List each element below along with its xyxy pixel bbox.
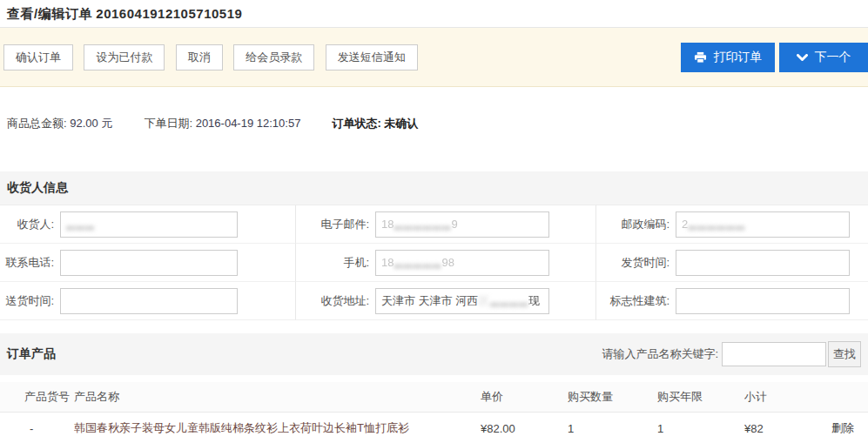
field-postcode: 邮政编码: 2 ▃▃▃▃▃▃ [596, 205, 868, 244]
product-search: 请输入产品名称关键字: 查找 [602, 341, 861, 367]
table-header-row: 产品货号 产品名称 单价 购买数量 购买年限 小计 [0, 382, 868, 412]
confirm-order-button[interactable]: 确认订单 [3, 44, 73, 70]
email-input[interactable]: 18 ▃▃▃▃▃▃ 9 [375, 211, 549, 238]
redacted-value: 18 [381, 218, 394, 231]
address-label: 收货地址: [301, 293, 369, 309]
product-years: 1 [657, 412, 744, 443]
product-name: 韩国春秋亲子装母女儿童韩版纯棉条纹衫上衣荷叶边长袖T恤打底衫 [74, 412, 481, 443]
postcode-input[interactable]: 2 ▃▃▃▃▃▃ [676, 211, 850, 238]
order-products-table: 产品货号 产品名称 单价 购买数量 购买年限 小计 - 韩国春秋亲子装母女儿童韩… [0, 382, 868, 443]
print-order-button[interactable]: 打印订单 [681, 43, 775, 72]
product-search-label: 请输入产品名称关键字: [602, 346, 718, 362]
print-order-label: 打印订单 [714, 50, 763, 65]
order-status-value: 未确认 [384, 117, 418, 130]
products-section-header: 订单产品 请输入产品名称关键字: 查找 [0, 333, 868, 375]
mobile-label: 手机: [301, 255, 369, 271]
order-status: 订单状态: 未确认 [332, 116, 418, 131]
printer-icon [694, 51, 707, 64]
redacted-value: ▃▃▃▃▃ [394, 256, 441, 269]
col-subtotal: 小计 [744, 382, 831, 412]
cancel-button[interactable]: 取消 [176, 44, 223, 70]
col-years: 购买年限 [657, 382, 744, 412]
address-input[interactable]: 天津市 天津市 河西 区▃▃▃▃ 现 [375, 288, 549, 314]
col-action [831, 382, 868, 412]
redacted-value: ▃▃▃▃▃▃ [688, 218, 745, 231]
redacted-value: 区▃▃▃▃ [478, 293, 528, 309]
consignee-section-title: 收货人信息 [7, 180, 68, 196]
products-section-title: 订单产品 [7, 346, 56, 362]
order-date-label: 下单日期: [144, 117, 192, 130]
order-total-label: 商品总金额: [7, 117, 67, 130]
field-delivery-time: 送货时间: [0, 282, 296, 320]
product-search-input[interactable] [722, 342, 826, 366]
product-sku: - [0, 412, 74, 443]
delivery-time-input[interactable] [60, 288, 238, 314]
ship-time-label: 发货时间: [602, 255, 670, 271]
contact-phone-label: 联系电话: [5, 255, 54, 271]
table-row: - 韩国春秋亲子装母女儿童韩版纯棉条纹衫上衣荷叶边长袖T恤打底衫 ¥82.00 … [0, 412, 868, 443]
redacted-value: 98 [441, 256, 454, 269]
order-total-value: 92.00 元 [70, 117, 112, 130]
order-summary: 商品总金额: 92.00 元 下单日期: 2016-04-19 12:10:57… [0, 87, 868, 131]
field-email: 电子邮件: 18 ▃▃▃▃▃▃ 9 [296, 205, 596, 244]
address-value: 现 [528, 293, 540, 309]
page-title: 查看/编辑订单 2016041912105710519 [7, 6, 861, 23]
contact-phone-input[interactable] [60, 250, 238, 276]
consignee-input[interactable]: ▃▃▃ [60, 211, 238, 238]
product-price: ¥82.00 [481, 412, 568, 443]
page-header: 查看/编辑订单 2016041912105710519 [0, 0, 868, 28]
set-paid-button[interactable]: 设为已付款 [84, 44, 165, 70]
redacted-value: ▃▃▃▃▃▃ [394, 218, 451, 231]
product-qty: 1 [568, 412, 657, 443]
landmark-input[interactable] [676, 288, 850, 314]
send-sms-button[interactable]: 发送短信通知 [326, 44, 418, 70]
redacted-value: 18 [381, 256, 394, 269]
order-date-value: 2016-04-19 12:10:57 [196, 117, 301, 130]
record-payment-button[interactable]: 给会员录款 [233, 44, 314, 70]
chevron-down-icon [797, 54, 808, 62]
field-landmark: 标志性建筑: [596, 282, 868, 320]
next-order-label: 下一个 [815, 50, 851, 65]
order-total: 商品总金额: 92.00 元 [7, 116, 112, 131]
col-price: 单价 [481, 382, 568, 412]
field-contact-phone: 联系电话: [0, 244, 296, 282]
product-search-button[interactable]: 查找 [828, 341, 861, 367]
order-toolbar: 确认订单 设为已付款 取消 给会员录款 发送短信通知 打印订单 下一个 [0, 28, 868, 87]
delete-product-link[interactable]: 删除 [831, 421, 854, 434]
landmark-label: 标志性建筑: [602, 293, 670, 309]
postcode-label: 邮政编码: [602, 217, 670, 232]
field-mobile: 手机: 18 ▃▃▃▃▃ 98 [296, 244, 596, 282]
product-subtotal: ¥82 [744, 412, 831, 443]
delivery-time-label: 送货时间: [5, 293, 54, 309]
consignee-section-header: 收货人信息 [0, 171, 868, 205]
next-order-button[interactable]: 下一个 [779, 43, 868, 72]
field-consignee: 收货人: ▃▃▃ [0, 205, 296, 244]
order-status-label: 订单状态: [332, 117, 380, 130]
toolbar-right-actions: 打印订单 下一个 [681, 43, 868, 72]
mobile-input[interactable]: 18 ▃▃▃▃▃ 98 [375, 250, 549, 276]
col-sku: 产品货号 [0, 382, 74, 412]
col-qty: 购买数量 [568, 382, 657, 412]
email-label: 电子邮件: [301, 217, 369, 232]
redacted-value: ▃▃▃ [66, 218, 95, 231]
col-name: 产品名称 [74, 382, 481, 412]
consignee-label: 收货人: [5, 217, 54, 232]
ship-time-input[interactable] [676, 250, 850, 276]
redacted-value: 9 [451, 218, 457, 231]
field-address: 收货地址: 天津市 天津市 河西 区▃▃▃▃ 现 [296, 282, 596, 320]
consignee-form: 收货人: ▃▃▃ 电子邮件: 18 ▃▃▃▃▃▃ 9 邮政编码: 2 ▃▃▃▃▃… [0, 205, 868, 320]
address-value: 天津市 天津市 河西 [381, 293, 478, 309]
order-date: 下单日期: 2016-04-19 12:10:57 [144, 116, 300, 131]
field-ship-time: 发货时间: [596, 244, 868, 282]
